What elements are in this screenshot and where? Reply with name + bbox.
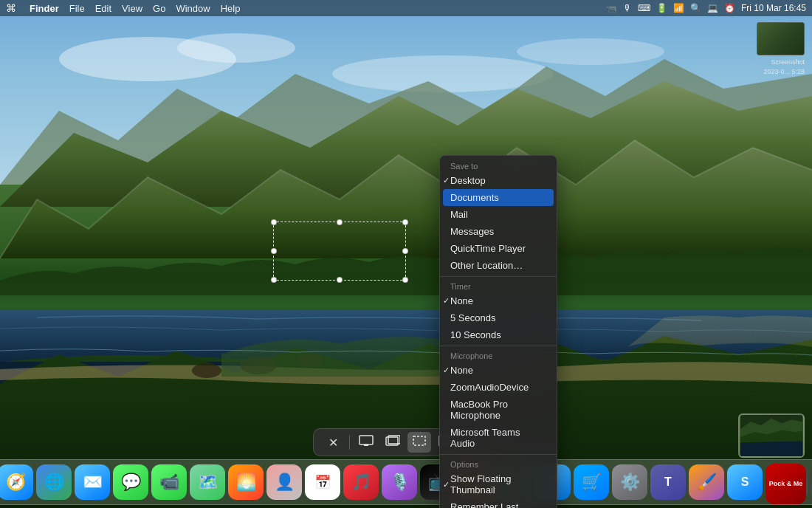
dock-music[interactable]: 🎵 bbox=[343, 464, 379, 500]
menu-item-zoom-audio[interactable]: ZoomAudioDevice bbox=[440, 379, 557, 396]
timer-label: Timer bbox=[440, 279, 557, 292]
menubar-go[interactable]: Go bbox=[153, 3, 165, 14]
divider-2 bbox=[440, 346, 557, 346]
handle-top-middle[interactable] bbox=[337, 219, 343, 225]
siri-icon[interactable]: ⏰ bbox=[724, 3, 735, 13]
corner-app-icon[interactable]: Pock & Me bbox=[765, 464, 806, 504]
quicktime-label: QuickTime Player bbox=[450, 243, 526, 254]
menu-item-mail[interactable]: Mail bbox=[440, 206, 557, 223]
menubar-window[interactable]: Window bbox=[176, 3, 210, 14]
menu-item-mic-none[interactable]: None bbox=[440, 362, 557, 379]
menu-item-teams-audio[interactable]: Microsoft Teams Audio bbox=[440, 424, 557, 452]
capture-selection-button[interactable] bbox=[407, 432, 431, 453]
thumbnail-image bbox=[757, 23, 804, 55]
screenshot-preview-bottom[interactable] bbox=[738, 413, 805, 458]
macbook-mic-label: MacBook Pro Microphone bbox=[450, 399, 546, 421]
10-seconds-label: 10 Seconds bbox=[450, 329, 501, 340]
messages-label: Messages bbox=[450, 226, 494, 237]
dock-maps[interactable]: 🗺️ bbox=[190, 464, 225, 500]
dock-appstore[interactable]: 🛒 bbox=[574, 464, 609, 500]
save-to-label: Save to bbox=[440, 159, 557, 172]
dock-calendar[interactable]: 📅 bbox=[305, 464, 340, 500]
screenshot-options-menu: Save to Desktop Documents Mail Messages … bbox=[439, 155, 557, 508]
corner-app-label: Pock & Me bbox=[769, 480, 803, 488]
screenshot-thumbnail-top[interactable] bbox=[757, 22, 805, 55]
menu-item-messages[interactable]: Messages bbox=[440, 223, 557, 240]
teams-audio-label: Microsoft Teams Audio bbox=[450, 427, 546, 449]
dock-settings[interactable]: ⚙️ bbox=[612, 464, 647, 500]
menubar: ⌘ Finder File Edit View Go Window Help 📹… bbox=[0, 0, 812, 16]
camera-icon[interactable]: 📹 bbox=[606, 3, 617, 13]
menubar-help[interactable]: Help bbox=[221, 3, 241, 14]
remember-selection-label: Remember Last Selection bbox=[450, 501, 546, 508]
menubar-right: 📹 🎙 ⌨ 🔋 📶 🔍 💻 ⏰ Fri 10 Mar 16:45 bbox=[606, 3, 806, 13]
mic-icon[interactable]: 🎙 bbox=[623, 3, 632, 13]
menu-item-10-seconds[interactable]: 10 Seconds bbox=[440, 326, 557, 343]
handle-bottom-right[interactable] bbox=[402, 277, 408, 283]
menubar-app-name[interactable]: Finder bbox=[30, 3, 59, 14]
5-seconds-label: 5 Seconds bbox=[450, 312, 495, 323]
menubar-view[interactable]: View bbox=[122, 3, 142, 14]
menubar-edit[interactable]: Edit bbox=[95, 3, 111, 14]
menu-item-quicktime[interactable]: QuickTime Player bbox=[440, 240, 557, 257]
menu-item-other-location[interactable]: Other Location… bbox=[440, 257, 557, 274]
dock-facetime[interactable]: 📹 bbox=[151, 464, 187, 500]
dock-safari2[interactable]: S bbox=[727, 464, 763, 500]
dock: 🔵 🚀 🧭 🌐 ✉️ 💬 📹 🗺️ 🌅 👤 📅 🎵 🎙️ 📺 K N P 🛒 ⚙… bbox=[0, 459, 812, 505]
toolbar-sep-1 bbox=[349, 435, 350, 450]
dock-teams[interactable]: T bbox=[650, 464, 686, 500]
menu-item-timer-none[interactable]: None bbox=[440, 292, 557, 309]
dock-messages[interactable]: 💬 bbox=[113, 464, 148, 500]
divider-1 bbox=[440, 276, 557, 277]
handle-bottom-middle[interactable] bbox=[337, 277, 343, 283]
dock-photos[interactable]: 🌅 bbox=[228, 464, 264, 500]
divider-3 bbox=[440, 454, 557, 455]
handle-top-left[interactable] bbox=[271, 219, 277, 225]
dock-safari[interactable]: 🧭 bbox=[0, 464, 33, 500]
selection-rectangle[interactable] bbox=[273, 222, 406, 281]
svg-rect-13 bbox=[413, 436, 425, 445]
handle-middle-left[interactable] bbox=[271, 248, 277, 254]
capture-window-button[interactable] bbox=[381, 432, 405, 453]
dock-podcasts[interactable]: 🎙️ bbox=[382, 464, 417, 500]
wifi-icon[interactable]: 📶 bbox=[673, 3, 684, 13]
menu-item-documents[interactable]: Documents bbox=[443, 189, 554, 206]
close-button[interactable]: ✕ bbox=[321, 432, 345, 453]
menu-item-5-seconds[interactable]: 5 Seconds bbox=[440, 309, 557, 326]
dock-chrome[interactable]: 🌐 bbox=[36, 464, 72, 500]
dock-mail[interactable]: ✉️ bbox=[75, 464, 110, 500]
capture-entire-screen-button[interactable] bbox=[354, 432, 378, 453]
dock-contacts[interactable]: 👤 bbox=[266, 464, 302, 500]
keyboard-icon[interactable]: ⌨ bbox=[638, 3, 650, 13]
timer-none-label: None bbox=[450, 295, 473, 306]
dock-brush[interactable]: 🖌️ bbox=[689, 464, 724, 500]
microphone-label: Microphone bbox=[440, 349, 557, 362]
handle-top-right[interactable] bbox=[402, 219, 408, 225]
mail-label: Mail bbox=[450, 209, 468, 220]
zoom-audio-label: ZoomAudioDevice bbox=[450, 382, 529, 393]
handle-middle-right[interactable] bbox=[402, 248, 408, 254]
svg-rect-10 bbox=[364, 444, 368, 446]
menubar-file[interactable]: File bbox=[69, 3, 85, 14]
menu-item-remember-selection[interactable]: Remember Last Selection bbox=[440, 498, 557, 508]
clock: Fri 10 Mar 16:45 bbox=[741, 3, 806, 13]
close-icon: ✕ bbox=[328, 436, 338, 450]
menu-item-macbook-mic[interactable]: MacBook Pro Microphone bbox=[440, 396, 557, 424]
apple-menu[interactable]: ⌘ bbox=[6, 2, 16, 14]
mic-none-label: None bbox=[450, 365, 473, 376]
menu-item-desktop[interactable]: Desktop bbox=[440, 172, 557, 189]
control-center-icon[interactable]: 💻 bbox=[707, 3, 718, 13]
show-thumbnail-label: Show Floating Thumbnail bbox=[450, 473, 546, 495]
search-icon[interactable]: 🔍 bbox=[690, 3, 701, 13]
svg-point-4 bbox=[517, 38, 664, 65]
svg-point-8 bbox=[192, 363, 221, 378]
menubar-left: ⌘ Finder File Edit View Go Window Help bbox=[6, 2, 240, 14]
desktop-label: Desktop bbox=[450, 175, 486, 186]
options-section-label: Options bbox=[440, 457, 557, 470]
other-location-label: Other Location… bbox=[450, 260, 523, 271]
battery-icon[interactable]: 🔋 bbox=[656, 3, 667, 13]
window-icon bbox=[385, 435, 400, 450]
menu-item-show-thumbnail[interactable]: Show Floating Thumbnail bbox=[440, 470, 557, 498]
handle-bottom-left[interactable] bbox=[271, 277, 277, 283]
screenshot-label: Screenshot 2023-0... 5:28 bbox=[763, 58, 805, 76]
